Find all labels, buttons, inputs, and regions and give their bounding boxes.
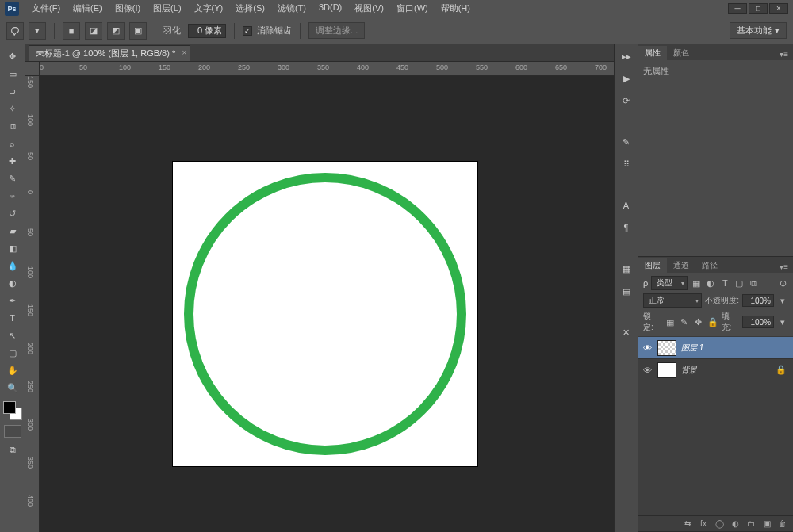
layer-name[interactable]: 背景 bbox=[681, 365, 697, 376]
menu-item[interactable]: 帮助(H) bbox=[435, 0, 477, 17]
history-panel-icon[interactable]: ⟳ bbox=[619, 94, 634, 108]
window-minimize[interactable]: ─ bbox=[728, 3, 747, 14]
fill-caret-icon[interactable]: ▾ bbox=[777, 316, 788, 327]
menu-item[interactable]: 文件(F) bbox=[25, 0, 67, 17]
expand-arrow-icon[interactable]: ▸▸ bbox=[619, 49, 634, 63]
close-tab-icon[interactable]: × bbox=[182, 48, 186, 57]
document-tab-strip[interactable]: 未标题-1 @ 100% (图层 1, RGB/8) * × bbox=[25, 44, 614, 62]
collapsed-panels-column[interactable]: ▸▸ ▶ ⟳ ✎ ⠿ A ¶ ▦ ▤ ✕ bbox=[615, 44, 638, 532]
menu-item[interactable]: 3D(D) bbox=[312, 0, 348, 17]
window-close[interactable]: × bbox=[769, 3, 788, 14]
brush-panel-icon[interactable]: ✎ bbox=[619, 135, 634, 149]
brush-tool-icon[interactable]: ✎ bbox=[2, 170, 24, 187]
hand-tool-icon[interactable]: ✋ bbox=[2, 362, 24, 379]
crop-tool-icon[interactable]: ⧉ bbox=[2, 117, 24, 135]
screen-mode-icon[interactable]: ⧉ bbox=[2, 441, 24, 458]
selection-new-icon[interactable]: ■ bbox=[63, 22, 80, 40]
opacity-caret-icon[interactable]: ▾ bbox=[777, 295, 788, 306]
filter-pixel-icon[interactable]: ▦ bbox=[691, 277, 702, 289]
lock-all-icon[interactable]: 🔒 bbox=[707, 316, 718, 327]
lasso-tool-icon[interactable]: ⊃ bbox=[2, 82, 24, 100]
delete-layer-icon[interactable]: 🗑 bbox=[777, 519, 788, 530]
tools-panel-icon[interactable]: ✕ bbox=[619, 325, 634, 339]
character-panel-icon[interactable]: A bbox=[619, 198, 634, 212]
filter-adjust-icon[interactable]: ◐ bbox=[705, 277, 716, 289]
eraser-tool-icon[interactable]: ▰ bbox=[2, 222, 24, 239]
navigator-panel-icon[interactable]: ▦ bbox=[619, 262, 634, 276]
layer-thumbnail[interactable] bbox=[657, 362, 676, 378]
layer-row[interactable]: 👁背景🔒 bbox=[638, 359, 793, 381]
eyedropper-tool-icon[interactable]: ⌕ bbox=[2, 135, 24, 152]
tab-color[interactable]: 颜色 bbox=[667, 46, 695, 60]
magic-wand-tool-icon[interactable]: ✧ bbox=[2, 100, 24, 117]
selection-intersect-icon[interactable]: ▣ bbox=[129, 22, 147, 40]
workspace-switcher[interactable]: 基本功能▾ bbox=[730, 22, 787, 39]
layers-panel[interactable]: 图层 通道 路径 ▾≡ ρ 类型 ▦ ◐ T ▢ ⧉ ⊙ bbox=[638, 257, 793, 532]
group-icon[interactable]: 🗀 bbox=[745, 519, 757, 530]
menu-item[interactable]: 文字(Y) bbox=[188, 0, 230, 17]
lock-paint-icon[interactable]: ✎ bbox=[679, 316, 690, 327]
layer-style-icon[interactable]: fx bbox=[698, 519, 709, 530]
blur-tool-icon[interactable]: 💧 bbox=[2, 257, 24, 274]
menu-item[interactable]: 图像(I) bbox=[109, 0, 147, 17]
canvas[interactable] bbox=[173, 162, 477, 466]
shape-tool-icon[interactable]: ▢ bbox=[2, 344, 24, 362]
swatches-panel-icon[interactable]: ▤ bbox=[619, 284, 634, 298]
play-icon[interactable]: ▶ bbox=[619, 71, 634, 86]
panel-menu-icon[interactable]: ▾≡ bbox=[775, 48, 793, 60]
pen-tool-icon[interactable]: ✒ bbox=[2, 292, 24, 309]
ruler-vertical[interactable]: 15010050050100150200250300350400450 bbox=[25, 76, 40, 532]
menu-item[interactable]: 图层(L) bbox=[147, 0, 187, 17]
dropdown-caret-icon[interactable]: ▾ bbox=[29, 22, 46, 40]
text-tool-icon[interactable]: T bbox=[2, 309, 24, 327]
ruler-horizontal[interactable]: 0501001502002503003504004505005506006507… bbox=[40, 62, 614, 76]
layer-list[interactable]: 👁图层 1👁背景🔒 bbox=[638, 337, 793, 515]
tools-panel[interactable]: ✥ ▭ ⊃ ✧ ⧉ ⌕ ✚ ✎ ⎃ ↺ ▰ ◧ 💧 ◐ ✒ T ↖ ▢ ✋ 🔍 … bbox=[0, 44, 25, 532]
brush-presets-icon[interactable]: ⠿ bbox=[619, 157, 634, 171]
canvas-viewport[interactable] bbox=[40, 76, 614, 532]
layer-filter-type-dropdown[interactable]: 类型 bbox=[651, 276, 688, 290]
visibility-toggle-icon[interactable]: 👁 bbox=[642, 343, 653, 354]
blend-mode-dropdown[interactable]: 正常 bbox=[643, 293, 702, 308]
filter-text-icon[interactable]: T bbox=[719, 277, 730, 289]
tab-properties[interactable]: 属性 bbox=[638, 46, 667, 60]
gradient-tool-icon[interactable]: ◧ bbox=[2, 239, 24, 257]
window-maximize[interactable]: □ bbox=[749, 3, 768, 14]
quick-mask-toggle[interactable] bbox=[4, 425, 21, 438]
menu-item[interactable]: 滤镜(T) bbox=[271, 0, 312, 17]
lasso-tool-icon[interactable] bbox=[6, 22, 24, 40]
color-swatches[interactable] bbox=[3, 401, 22, 420]
layer-thumbnail[interactable] bbox=[657, 340, 676, 356]
layer-name[interactable]: 图层 1 bbox=[681, 343, 703, 354]
menu-item[interactable]: 选择(S) bbox=[229, 0, 271, 17]
layer-row[interactable]: 👁图层 1 bbox=[638, 337, 793, 359]
foreground-color-swatch[interactable] bbox=[3, 401, 16, 414]
zoom-tool-icon[interactable]: 🔍 bbox=[2, 379, 24, 396]
selection-add-icon[interactable]: ◪ bbox=[85, 22, 102, 40]
antialias-checkbox[interactable]: ✓ bbox=[243, 26, 252, 36]
visibility-toggle-icon[interactable]: 👁 bbox=[642, 365, 653, 376]
options-bar[interactable]: ▾ ■ ◪ ◩ ▣ 羽化: 0 像素 ✓ 消除锯齿 调整边缘... 基本功能▾ bbox=[0, 17, 793, 44]
menu-item[interactable]: 编辑(E) bbox=[67, 0, 109, 17]
tab-channels[interactable]: 通道 bbox=[667, 258, 695, 273]
layer-mask-icon[interactable]: ◯ bbox=[714, 519, 725, 530]
tab-paths[interactable]: 路径 bbox=[695, 258, 724, 273]
filter-toggle-icon[interactable]: ⊙ bbox=[777, 277, 788, 289]
menu-item[interactable]: 视图(V) bbox=[348, 0, 390, 17]
new-layer-icon[interactable]: ▣ bbox=[761, 519, 772, 530]
refine-edge-button[interactable]: 调整边缘... bbox=[308, 22, 365, 39]
filter-smart-icon[interactable]: ⧉ bbox=[748, 277, 759, 289]
filter-shape-icon[interactable]: ▢ bbox=[734, 277, 745, 289]
selection-subtract-icon[interactable]: ◩ bbox=[107, 22, 125, 40]
feather-input[interactable]: 0 像素 bbox=[188, 24, 226, 38]
dodge-tool-icon[interactable]: ◐ bbox=[2, 274, 24, 292]
properties-panel[interactable]: 属性 颜色 ▾≡ 无属性 bbox=[638, 44, 793, 257]
fill-input[interactable]: 100% bbox=[742, 316, 774, 328]
history-brush-tool-icon[interactable]: ↺ bbox=[2, 205, 24, 222]
layers-footer[interactable]: ⇆ fx ◯ ◐ 🗀 ▣ 🗑 bbox=[638, 515, 793, 531]
menu-bar[interactable]: Ps 文件(F)编辑(E)图像(I)图层(L)文字(Y)选择(S)滤镜(T)3D… bbox=[0, 0, 793, 17]
path-select-tool-icon[interactable]: ↖ bbox=[2, 327, 24, 344]
link-layers-icon[interactable]: ⇆ bbox=[682, 519, 693, 530]
move-tool-icon[interactable]: ✥ bbox=[2, 48, 24, 65]
healing-brush-tool-icon[interactable]: ✚ bbox=[2, 152, 24, 170]
